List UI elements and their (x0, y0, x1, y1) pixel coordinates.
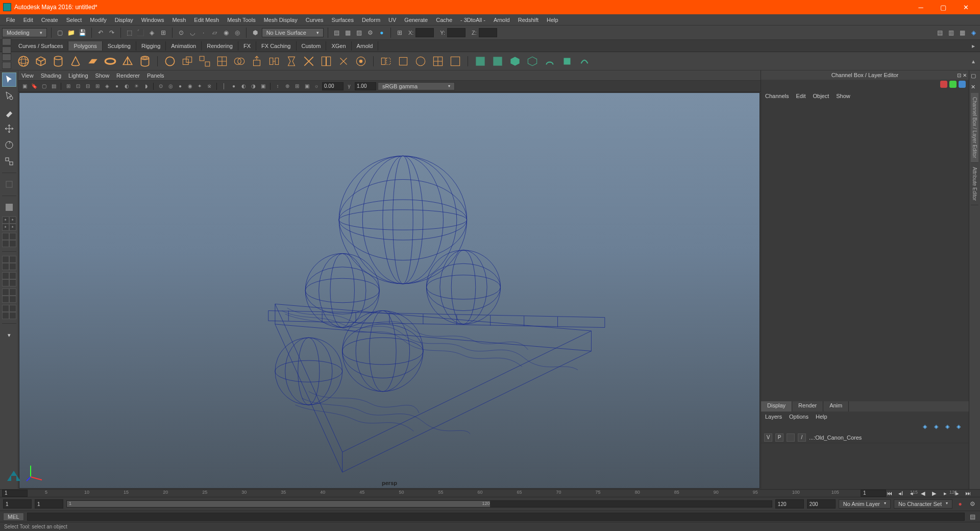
layout-preset-4[interactable] (2, 305, 16, 319)
channel-menu-channels[interactable]: Channels (765, 93, 789, 99)
xgen-icon-3[interactable] (508, 54, 522, 68)
channel-color-1[interactable] (940, 81, 947, 88)
autokey-icon[interactable]: ● (955, 499, 965, 509)
xgen-icon-5[interactable] (543, 54, 557, 68)
ipr-render-icon[interactable]: ▨ (355, 28, 364, 37)
maya-home-icon[interactable] (5, 468, 22, 485)
render-settings-icon[interactable]: ⚙ (366, 28, 375, 37)
poly-insert-edge-icon[interactable] (319, 54, 333, 68)
live-surface-dropdown[interactable]: No Live Surface (262, 28, 324, 37)
poly-cone-icon[interactable] (68, 54, 83, 68)
pt-image-icon[interactable]: ▢ (40, 82, 48, 90)
undo-icon[interactable]: ↶ (96, 28, 105, 37)
menu-mesh-display[interactable]: Mesh Display (260, 16, 302, 24)
shelf-menu-icon[interactable] (2, 38, 11, 45)
shelf-opt-2[interactable] (2, 62, 11, 69)
side-top-icon-1[interactable]: ▢ (971, 73, 979, 80)
poly-separate-icon[interactable] (198, 54, 212, 68)
range-start-input[interactable] (3, 499, 32, 509)
layer-menu-options[interactable]: Options (789, 414, 808, 420)
panel-menu-panels[interactable]: Panels (147, 73, 164, 79)
menu-deform[interactable]: Deform (358, 16, 384, 24)
menu-windows[interactable]: Windows (137, 16, 168, 24)
shelf-scroll-up-icon[interactable]: ▴ (969, 57, 978, 66)
snap-plane-icon[interactable]: ▱ (210, 28, 219, 37)
panel-menu-show[interactable]: Show (95, 73, 110, 79)
menu-mesh-tools[interactable]: Mesh Tools (223, 16, 259, 24)
play-fwd-icon[interactable]: ▶ (929, 489, 939, 498)
poly-torus-icon[interactable] (103, 54, 117, 68)
panel-layout-icon[interactable]: ⊞ (395, 28, 404, 37)
select-component-icon[interactable]: ◈ (148, 28, 157, 37)
live-surface-toggle[interactable]: ⬢ (251, 28, 260, 37)
select-icon-4[interactable]: ⊞ (159, 28, 168, 37)
layer-row[interactable]: V P / ...:Old_Canon_Cores (761, 432, 969, 443)
pt-textured-icon[interactable]: ◐ (122, 82, 131, 90)
layer-color[interactable]: / (798, 433, 806, 442)
layer-tab-display[interactable]: Display (761, 401, 792, 412)
snap-point-icon[interactable]: · (199, 28, 208, 37)
pt-exposure-icon[interactable]: ☼ (312, 82, 321, 90)
poly-cylinder-icon[interactable] (51, 54, 65, 68)
panel-menu-view[interactable]: View (21, 73, 34, 79)
coord-x-input[interactable] (415, 28, 434, 37)
layer-type[interactable] (787, 433, 795, 442)
poly-crease-icon[interactable] (396, 54, 410, 68)
pt-c1-icon[interactable]: ● (230, 82, 238, 90)
pt-hud-icon[interactable]: ▣ (303, 82, 311, 90)
menu-curves[interactable]: Curves (302, 16, 328, 24)
pt-light-icon[interactable]: ☀ (132, 82, 140, 90)
menu-file[interactable]: File (2, 16, 19, 24)
select-mode-icon[interactable]: ⬚ (125, 28, 134, 37)
poly-bevel-icon[interactable] (284, 54, 299, 68)
panel-menu-renderer[interactable]: Renderer (116, 73, 140, 79)
shelf-opt-1[interactable] (2, 54, 11, 61)
menu-redshift[interactable]: Redshift (514, 16, 543, 24)
panel-menu-shading[interactable]: Shading (41, 73, 61, 79)
panel-menu-lighting[interactable]: Lighting (68, 73, 88, 79)
scale-tool[interactable] (2, 154, 16, 168)
side-tab-attribute[interactable]: Attribute Editor (971, 163, 978, 205)
paint-select-tool[interactable] (2, 105, 16, 119)
pt-exp-icon[interactable]: ↕ (274, 82, 282, 90)
side-tab-channelbox[interactable]: Channel Box / Layer Editor (971, 93, 978, 163)
layer-name[interactable]: ...:Old_Canon_Cores (809, 435, 862, 441)
range-slider-track[interactable]: 1120 (66, 500, 772, 508)
poly-combine-icon[interactable] (180, 54, 194, 68)
pt-aa-icon[interactable]: ✦ (195, 82, 204, 90)
snap-live-icon[interactable]: ◎ (233, 28, 242, 37)
poly-type-icon[interactable] (163, 54, 177, 68)
menu-uv[interactable]: UV (384, 16, 400, 24)
layout-grid-2[interactable] (2, 233, 16, 247)
poly-extrude-icon[interactable] (250, 54, 264, 68)
save-scene-icon[interactable]: 💾 (78, 28, 87, 37)
menu-help[interactable]: Help (543, 16, 562, 24)
xgen-icon-7[interactable] (577, 54, 592, 68)
poly-plane-icon[interactable] (86, 54, 100, 68)
step-back-icon[interactable]: ◂ (906, 489, 917, 498)
color-space-dropdown[interactable]: sRGB gamma (378, 82, 455, 90)
layer-tab-render[interactable]: Render (792, 401, 823, 412)
range-end-input[interactable] (807, 499, 836, 509)
shelf-edit-icon[interactable] (2, 46, 11, 54)
poly-cube-icon[interactable] (34, 54, 48, 68)
render-icon[interactable]: ▦ (344, 28, 353, 37)
pt-gate-icon[interactable]: ⊡ (74, 82, 82, 90)
poly-bridge-icon[interactable] (267, 54, 281, 68)
channel-menu-edit[interactable]: Edit (796, 93, 805, 99)
close-button[interactable]: ✕ (954, 0, 977, 14)
goto-end-icon[interactable]: ⏭ (963, 489, 973, 498)
layer-icon-4[interactable]: ◈ (957, 423, 965, 430)
goto-start-icon[interactable]: ⏮ (884, 489, 894, 498)
poly-target-weld-icon[interactable] (354, 54, 368, 68)
layer-icon-3[interactable]: ◈ (945, 423, 953, 430)
xgen-icon-6[interactable] (560, 54, 574, 68)
shelf-tab-custom[interactable]: Custom (297, 41, 327, 51)
new-scene-icon[interactable]: ▢ (56, 28, 65, 37)
coord-y-input[interactable] (447, 28, 465, 37)
sidebar-toggle-2[interactable]: ▥ (946, 28, 955, 37)
character-set-dropdown[interactable]: No Character Set (894, 499, 952, 509)
playback-prefs-icon[interactable]: ⚙ (968, 499, 977, 509)
menu-generate[interactable]: Generate (400, 16, 432, 24)
coord-z-input[interactable] (479, 28, 497, 37)
